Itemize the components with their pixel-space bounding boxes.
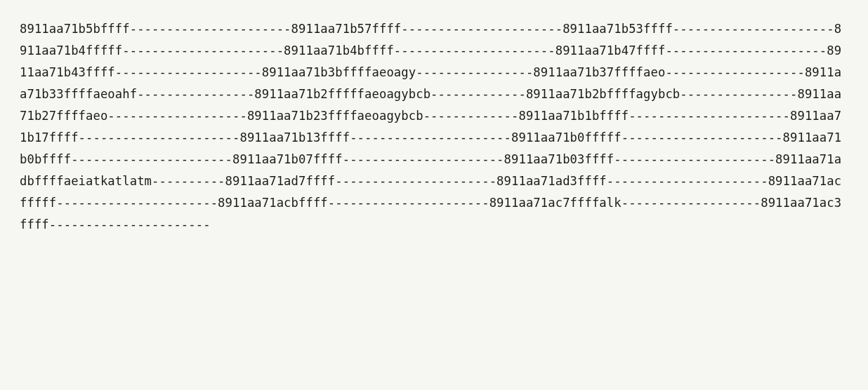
raw-text-content: 8911aa71b5bffff----------------------891…	[20, 18, 848, 236]
